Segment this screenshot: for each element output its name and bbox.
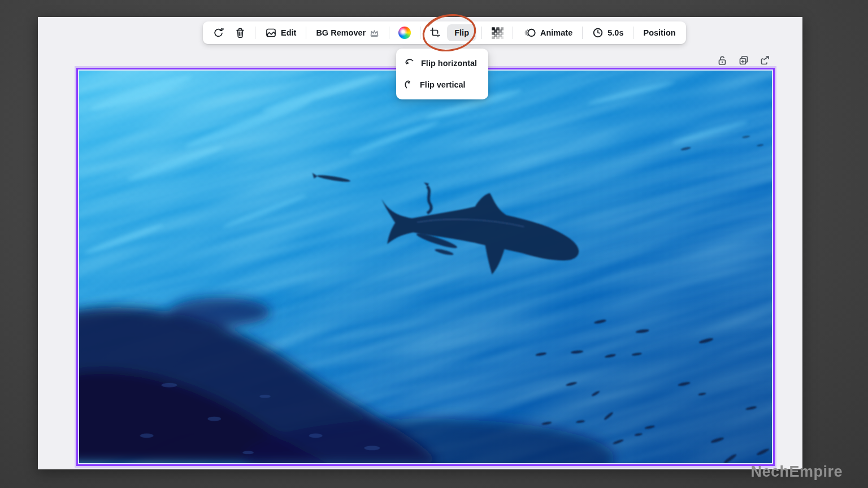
bg-remover-button[interactable]: BG Remover	[311, 24, 384, 41]
bg-remover-label: BG Remover	[316, 28, 366, 37]
crop-button[interactable]	[426, 23, 445, 42]
flip-label: Flip	[454, 28, 469, 37]
animate-icon	[523, 27, 536, 38]
rotate-icon	[212, 27, 224, 39]
duplicate-page-button[interactable]	[737, 54, 750, 67]
edit-button[interactable]: Edit	[261, 23, 301, 42]
toolbar-divider	[481, 27, 482, 39]
pro-crown-icon	[370, 29, 379, 37]
toolbar-divider	[513, 27, 513, 39]
flip-horizontal-icon	[404, 58, 415, 68]
add-page-button[interactable]	[758, 54, 772, 67]
lock-button[interactable]	[715, 54, 729, 67]
color-button[interactable]	[394, 23, 415, 43]
menu-item-flip-horizontal[interactable]: Flip horizontal	[396, 53, 488, 73]
menu-item-flip-vertical[interactable]: Flip vertical	[396, 73, 488, 95]
animate-button[interactable]: Animate	[518, 23, 577, 42]
ocean-shark-photo	[79, 71, 772, 463]
floating-toolbar: Edit BG Remover Flip	[203, 21, 686, 44]
clock-icon	[592, 27, 604, 38]
menu-item-label: Flip horizontal	[421, 59, 477, 68]
transparency-button[interactable]	[487, 23, 507, 43]
toolbar-divider	[389, 27, 389, 39]
add-page-icon	[760, 55, 771, 66]
toolbar-divider	[582, 27, 583, 39]
trash-icon	[235, 27, 246, 39]
delete-button[interactable]	[231, 23, 250, 43]
menu-item-label: Flip vertical	[420, 80, 466, 89]
toolbar-divider	[633, 27, 633, 39]
position-label: Position	[643, 28, 675, 37]
transparency-checkerboard-icon	[491, 27, 504, 39]
watermark: NechEmpire	[750, 463, 843, 481]
edit-label: Edit	[281, 28, 296, 37]
flip-button[interactable]: Flip	[447, 24, 476, 41]
unlock-icon	[717, 55, 728, 66]
position-button[interactable]: Position	[639, 24, 680, 41]
flip-dropdown-menu: Flip horizontal Flip vertical	[396, 49, 488, 99]
animate-label: Animate	[540, 28, 572, 37]
edit-image-icon	[265, 27, 277, 38]
color-wheel-icon	[398, 27, 411, 39]
duplicate-page-icon	[738, 55, 749, 66]
page-controls	[715, 54, 772, 67]
rotate-button[interactable]	[209, 23, 228, 43]
duration-button[interactable]: 5.0s	[588, 23, 628, 42]
toolbar-divider	[255, 27, 255, 39]
toolbar-divider	[306, 27, 306, 39]
canvas-image[interactable]	[78, 69, 773, 464]
duration-label: 5.0s	[607, 28, 623, 37]
crop-icon	[429, 27, 441, 38]
toolbar-divider	[420, 27, 420, 39]
flip-vertical-icon	[404, 79, 414, 90]
